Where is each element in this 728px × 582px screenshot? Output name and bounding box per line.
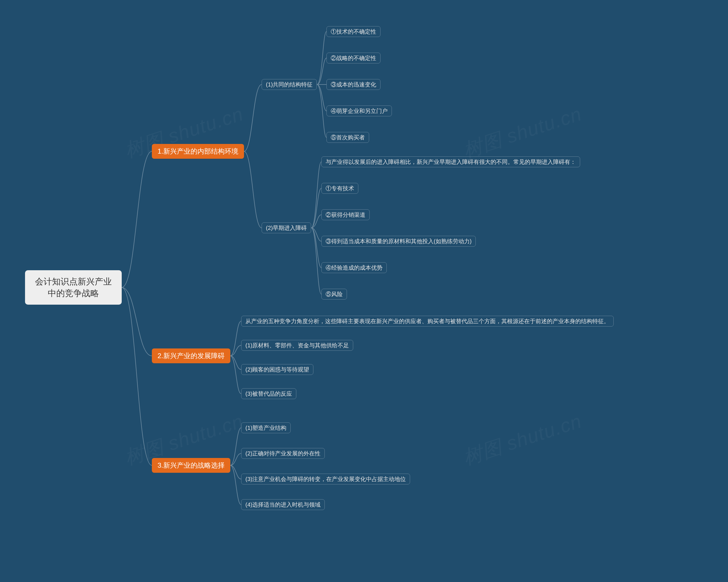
connector bbox=[317, 84, 327, 111]
leaf-label: (4)选择适当的进入时机与领域 bbox=[245, 502, 320, 508]
branch-node-2[interactable]: 2.新兴产业的发展障碍 bbox=[152, 349, 230, 363]
leaf-label: ⑤首次购买者 bbox=[331, 134, 365, 141]
leaf-label: (2)正确对待产业发展的外在性 bbox=[245, 450, 320, 457]
branch-node-3[interactable]: 3.新兴产业的战略选择 bbox=[152, 458, 230, 473]
connector bbox=[244, 84, 262, 151]
leaf-label: ⑤风险 bbox=[326, 291, 343, 297]
leaf-label: (1)原材料、零部件、资金与其他供给不足 bbox=[245, 342, 349, 349]
leaf-label: ①技术的不确定性 bbox=[331, 28, 376, 35]
leaf-label: ④萌芽企业和另立门户 bbox=[331, 108, 388, 114]
leaf-label: ②战略的不确定性 bbox=[331, 55, 376, 61]
leaf-label: (3)注意产业机会与障碍的转变，在产业发展变化中占据主动地位 bbox=[245, 476, 406, 482]
sub-label: (1)共同的结构特征 bbox=[266, 81, 313, 87]
root-node[interactable]: 会计知识点新兴产业中的竞争战略 bbox=[25, 270, 122, 305]
leaf-label: ③成本的迅速变化 bbox=[331, 81, 376, 87]
sub-node[interactable]: (1)共同的结构特征 bbox=[262, 79, 317, 90]
root-label: 会计知识点新兴产业中的竞争战略 bbox=[35, 277, 112, 298]
connector bbox=[122, 151, 152, 287]
leaf-node[interactable]: ④萌芽企业和另立门户 bbox=[327, 105, 392, 116]
leaf-node[interactable]: ②获得分销渠道 bbox=[321, 209, 370, 220]
leaf-node[interactable]: ④经验造成的成本优势 bbox=[321, 262, 387, 273]
leaf-node[interactable]: 与产业得以发展后的进入障碍相比，新兴产业早期进入障碍有很大的不同。常见的早期进入… bbox=[321, 156, 580, 167]
leaf-node[interactable]: ⑤风险 bbox=[321, 289, 347, 300]
leaf-label: (2)顾客的困惑与等待观望 bbox=[245, 366, 309, 373]
leaf-node[interactable]: ⑤首次购买者 bbox=[327, 132, 369, 143]
leaf-label: ①专有技术 bbox=[326, 185, 354, 192]
leaf-node[interactable]: (4)选择适当的进入时机与领域 bbox=[241, 499, 325, 510]
leaf-node[interactable]: (3)注意产业机会与障碍的转变，在产业发展变化中占据主动地位 bbox=[241, 474, 410, 484]
leaf-label: 从产业的五种竞争力角度分析，这些障碍主要表现在新兴产业的供应者、购买者与被替代品… bbox=[245, 318, 609, 324]
leaf-label: ④经验造成的成本优势 bbox=[326, 264, 383, 271]
connector bbox=[311, 162, 321, 228]
leaf-label: 与产业得以发展后的进入障碍相比，新兴产业早期进入障碍有很大的不同。常见的早期进入… bbox=[326, 159, 576, 165]
leaf-label: (3)被替代品的反应 bbox=[245, 390, 292, 397]
leaf-node[interactable]: (2)正确对待产业发展的外在性 bbox=[241, 448, 325, 459]
sub-label: (2)早期进入障碍 bbox=[266, 225, 307, 231]
connector bbox=[244, 151, 262, 228]
leaf-node[interactable]: 从产业的五种竞争力角度分析，这些障碍主要表现在新兴产业的供应者、购买者与被替代品… bbox=[241, 316, 614, 327]
connector bbox=[122, 287, 152, 356]
leaf-label: ③得到适当成本和质量的原材料和其他投入(如熟练劳动力) bbox=[326, 238, 471, 244]
connector bbox=[230, 465, 241, 479]
leaf-node[interactable]: ①专有技术 bbox=[321, 183, 358, 194]
leaf-node[interactable]: (1)塑造产业结构 bbox=[241, 423, 291, 433]
connector bbox=[122, 287, 152, 466]
leaf-node[interactable]: (2)顾客的困惑与等待观望 bbox=[241, 364, 313, 375]
leaf-node[interactable]: ③得到适当成本和质量的原材料和其他投入(如熟练劳动力) bbox=[321, 236, 476, 247]
branch-node-1[interactable]: 1.新兴产业的内部结构环境 bbox=[152, 144, 244, 159]
branch-label: 2.新兴产业的发展障碍 bbox=[158, 352, 225, 359]
leaf-node[interactable]: ②战略的不确定性 bbox=[327, 53, 381, 64]
leaf-node[interactable]: (1)原材料、零部件、资金与其他供给不足 bbox=[241, 340, 353, 351]
connector bbox=[317, 58, 327, 84]
branch-label: 1.新兴产业的内部结构环境 bbox=[158, 147, 238, 155]
connector bbox=[317, 84, 327, 137]
leaf-label: (1)塑造产业结构 bbox=[245, 425, 286, 431]
leaf-label: ②获得分销渠道 bbox=[326, 212, 365, 218]
connector bbox=[230, 453, 241, 465]
connector bbox=[230, 356, 241, 370]
branch-label: 3.新兴产业的战略选择 bbox=[158, 461, 225, 469]
leaf-node[interactable]: ①技术的不确定性 bbox=[327, 26, 381, 37]
leaf-node[interactable]: ③成本的迅速变化 bbox=[327, 79, 381, 90]
connector bbox=[317, 31, 327, 84]
connector bbox=[311, 228, 321, 294]
sub-node[interactable]: (2)早期进入障碍 bbox=[262, 223, 311, 233]
leaf-node[interactable]: (3)被替代品的反应 bbox=[241, 388, 296, 399]
